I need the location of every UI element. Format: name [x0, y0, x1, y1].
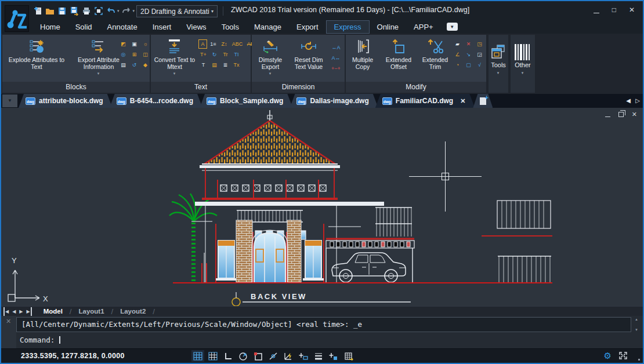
tab-model[interactable]: Model — [37, 308, 70, 315]
drawing-canvas[interactable]: ✕ — [1, 108, 643, 306]
extended-offset-button[interactable]: Extended Offset — [381, 37, 417, 81]
command-prompt[interactable]: Command: — [20, 336, 60, 344]
tab-list-dropdown[interactable]: ▼ — [2, 94, 17, 107]
blocks-extra-icon[interactable]: ◆ — [140, 60, 150, 70]
dynamic-input-toggle-icon[interactable] — [297, 350, 310, 362]
doc-restore-icon[interactable] — [618, 112, 624, 117]
blocks-extra-icon[interactable]: ◩ — [118, 39, 128, 49]
open-file-icon[interactable] — [45, 6, 55, 16]
tab-express[interactable]: Express — [326, 20, 370, 34]
prev-layout-icon[interactable]: ◀ — [12, 307, 16, 316]
redo-dropdown-icon[interactable]: ▾ — [133, 9, 135, 13]
text-extra-icon[interactable]: Z↕ — [219, 39, 229, 49]
text-extra-icon[interactable]: ↻ — [209, 50, 219, 59]
polar-toggle-icon[interactable] — [237, 350, 249, 362]
new-tab-button[interactable] — [473, 94, 493, 108]
scroll-tabs-left-icon[interactable]: ◀ — [624, 94, 632, 108]
close-command-icon[interactable]: ✕ — [6, 318, 11, 325]
save-as-icon[interactable] — [69, 6, 79, 16]
redo-icon[interactable] — [121, 6, 132, 16]
blocks-extra-icon[interactable]: ▤ — [118, 60, 128, 70]
text-extra-icon[interactable]: T+ — [198, 50, 208, 59]
maximize-button[interactable]: □ — [612, 4, 616, 16]
tab-tools[interactable]: Tools — [214, 20, 247, 34]
blocks-extra-icon[interactable]: ◫ — [140, 50, 150, 59]
workspace-selector[interactable]: 2D Drafting & Annotati ▾ — [136, 5, 218, 17]
doc-minimize-icon[interactable] — [605, 117, 610, 117]
snap-line-toggle-icon[interactable] — [267, 350, 280, 362]
modify-extra-icon[interactable]: ∠ — [453, 50, 462, 59]
modify-extra-icon[interactable]: ◲ — [475, 50, 484, 59]
modify-extra-icon[interactable]: √ — [475, 60, 484, 70]
polar-tracking-toggle-icon[interactable] — [282, 350, 295, 362]
dimension-extra-icon[interactable]: A↔ — [330, 53, 342, 63]
command-scrollbar[interactable]: ▲ ▼ — [632, 317, 641, 332]
doc-tab-dallas-image[interactable]: dwg Dallas-image.dwg — [290, 94, 378, 108]
tab-solid[interactable]: Solid — [68, 20, 100, 34]
modify-extra-icon[interactable]: ◳ — [475, 39, 484, 49]
next-layout-icon[interactable]: ▶ — [19, 307, 23, 316]
blocks-extra-icon[interactable]: ⊞ — [129, 50, 139, 59]
text-extra-icon[interactable]: ≣ — [220, 60, 230, 70]
app-logo[interactable] — [5, 5, 29, 32]
tools-dropdown-button[interactable]: Tools ▾ — [489, 35, 508, 93]
print-icon[interactable] — [81, 6, 92, 16]
modify-extra-icon[interactable]: ✕ — [464, 39, 473, 49]
blocks-extra-icon[interactable]: ◎ — [118, 50, 128, 59]
text-extra-icon[interactable]: ABC — [230, 39, 244, 49]
dimstyle-export-button[interactable]: Dimstyle Export ▾ — [253, 37, 288, 81]
text-extra-icon[interactable]: Tr — [220, 50, 230, 59]
snap-toggle-icon[interactable] — [191, 350, 204, 362]
tab-online[interactable]: Online — [370, 20, 407, 34]
grid-toggle-icon[interactable] — [207, 350, 219, 362]
minimize-button[interactable] — [594, 13, 599, 13]
plot-preview-icon[interactable] — [93, 6, 104, 16]
tab-app-plus[interactable]: APP+ — [406, 20, 441, 34]
other-dropdown-button[interactable]: Other ▾ — [511, 35, 535, 93]
text-extra-icon[interactable]: TI — [231, 50, 241, 59]
reset-dim-button[interactable]: Reset Dim Text Value — [289, 37, 328, 81]
settings-gear-icon[interactable]: ⚙ — [604, 351, 612, 361]
command-history[interactable]: [All/Center/Dynamic/Extents/Left/Previou… — [16, 317, 631, 332]
resize-grip[interactable] — [638, 359, 640, 361]
save-icon[interactable] — [57, 6, 67, 16]
scroll-up-icon[interactable]: ▲ — [635, 318, 638, 321]
doc-close-icon[interactable]: ✕ — [632, 111, 637, 118]
text-extra-icon[interactable]: Tx — [231, 60, 241, 70]
tab-export[interactable]: Export — [289, 20, 326, 34]
text-extra-icon[interactable]: 1≡ — [208, 39, 218, 49]
dynamic-ucs-toggle-icon[interactable] — [327, 350, 340, 362]
tab-home[interactable]: Home — [32, 20, 68, 34]
doc-tab-b6454[interactable]: dwg B-6454...rcode.dwg — [110, 94, 202, 108]
dimension-extra-icon[interactable]: +−+ — [330, 64, 342, 73]
blocks-extra-icon[interactable]: ▣ — [129, 39, 139, 49]
annotation-refresh-toggle-icon[interactable] — [342, 350, 355, 362]
close-button[interactable]: ✕ — [629, 4, 635, 16]
blocks-extra-icon[interactable]: ☼ — [140, 39, 150, 49]
extended-trim-button[interactable]: Extended Trim — [419, 37, 451, 81]
first-layout-icon[interactable]: ◀ — [3, 307, 9, 316]
last-layout-icon[interactable]: ▶ — [26, 307, 31, 316]
modify-extra-icon[interactable]: ▰ — [453, 39, 462, 49]
undo-icon[interactable] — [106, 6, 116, 16]
tab-annotate[interactable]: Annotate — [100, 20, 145, 34]
blocks-extra-icon[interactable]: ↺ — [129, 60, 139, 70]
close-tab-icon[interactable]: ✕ — [460, 97, 465, 105]
undo-dropdown-icon[interactable]: ▾ — [117, 9, 120, 13]
minimize-ribbon-icon[interactable]: ▼ — [447, 23, 458, 31]
tab-manage[interactable]: Manage — [247, 20, 289, 34]
tab-layout1[interactable]: Layout1 — [71, 308, 111, 315]
convert-text-button[interactable]: Convert Text to Mtext ▾ — [152, 37, 197, 81]
doc-tab-attribute-block[interactable]: dwg attribute-block.dwg — [19, 94, 113, 108]
text-extra-icon[interactable]: ▤ — [209, 60, 219, 70]
command-window[interactable]: ✕ [All/Center/Dynamic/Extents/Left/Previ… — [1, 316, 643, 348]
modify-extra-icon[interactable]: ↘ — [464, 50, 473, 59]
scroll-tabs-right-icon[interactable]: ▷ — [634, 94, 642, 108]
multiple-copy-button[interactable]: Multiple Copy — [347, 37, 378, 81]
ortho-toggle-icon[interactable] — [222, 350, 234, 362]
tab-layout2[interactable]: Layout2 — [113, 308, 153, 315]
object-snap-toggle-icon[interactable] — [252, 350, 265, 362]
lineweight-toggle-icon[interactable] — [312, 350, 325, 362]
doc-tab-familiarcad[interactable]: dwg FamiliarCAD.dwg ✕ — [375, 94, 475, 108]
dimension-extra-icon[interactable]: ↔A — [330, 43, 342, 52]
